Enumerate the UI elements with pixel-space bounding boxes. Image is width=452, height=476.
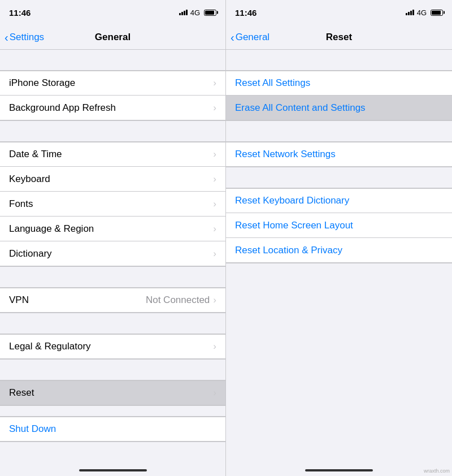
chevron-icon: › xyxy=(213,149,216,160)
right-home-bar xyxy=(305,469,373,471)
reset-home-screen-item[interactable]: Reset Home Screen Layout xyxy=(226,213,452,238)
reset-location-privacy-item[interactable]: Reset Location & Privacy xyxy=(226,238,452,263)
legal-regulatory-label: Legal & Regulatory xyxy=(9,341,213,352)
right-back-button[interactable]: ‹ General xyxy=(231,32,270,43)
spacer-6 xyxy=(0,406,225,416)
left-back-button[interactable]: ‹ Settings xyxy=(5,32,44,43)
legal-regulatory-item[interactable]: Legal & Regulatory › xyxy=(0,334,225,359)
left-back-label: Settings xyxy=(10,32,44,43)
right-signal-icon xyxy=(406,10,414,15)
chevron-icon: › xyxy=(213,77,216,89)
home-bar xyxy=(79,469,147,471)
reset-label: Reset xyxy=(9,387,213,399)
chevron-icon: › xyxy=(213,223,216,235)
spacer-top xyxy=(0,50,225,70)
right-spacer-bottom xyxy=(226,263,452,377)
signal-icon xyxy=(179,10,188,15)
reset-network-item[interactable]: Reset Network Settings xyxy=(226,142,452,167)
chevron-icon: › xyxy=(213,387,216,399)
reset-keyboard-dict-label: Reset Keyboard Dictionary xyxy=(235,195,349,206)
network-type: 4G xyxy=(190,8,200,17)
watermark: wraxth.com xyxy=(424,468,450,474)
background-refresh-label: Background App Refresh xyxy=(9,102,213,114)
language-region-item[interactable]: Language & Region › xyxy=(0,217,225,241)
vpn-label: VPN xyxy=(9,295,146,306)
reset-network-label: Reset Network Settings xyxy=(235,149,336,160)
right-status-icons: 4G xyxy=(406,8,443,17)
right-nav-title: Reset xyxy=(326,32,352,43)
left-settings-list: iPhone Storage › Background App Refresh … xyxy=(0,50,225,457)
date-time-item[interactable]: Date & Time › xyxy=(0,142,225,167)
erase-all-content-label: Erase All Content and Settings xyxy=(235,102,366,114)
right-group-3: Reset Keyboard Dictionary Reset Home Scr… xyxy=(226,188,452,263)
left-panel: 11:46 4G ‹ Settings General xyxy=(0,0,226,476)
dictionary-label: Dictionary xyxy=(9,248,213,259)
group-legal: Legal & Regulatory › xyxy=(0,334,225,360)
date-time-label: Date & Time xyxy=(9,149,213,160)
group-vpn: VPN Not Connected › xyxy=(0,287,225,313)
shutdown-item[interactable]: Shut Down xyxy=(0,417,225,442)
right-nav-bar: ‹ General Reset xyxy=(226,25,452,50)
spacer-4 xyxy=(0,313,225,334)
right-battery-icon xyxy=(429,10,443,16)
iphone-storage-label: iPhone Storage xyxy=(9,77,213,89)
group-reset: Reset › xyxy=(0,380,225,406)
vpn-item[interactable]: VPN Not Connected › xyxy=(0,288,225,313)
chevron-icon: › xyxy=(213,295,216,306)
left-nav-title: General xyxy=(95,32,131,43)
right-spacer-3 xyxy=(226,167,452,188)
left-status-icons: 4G xyxy=(179,8,216,17)
right-back-chevron-icon: ‹ xyxy=(231,32,234,43)
keyboard-item[interactable]: Keyboard › xyxy=(0,167,225,192)
erase-all-content-item[interactable]: Erase All Content and Settings xyxy=(226,96,452,120)
shutdown-label: Shut Down xyxy=(9,423,56,435)
chevron-icon: › xyxy=(213,102,216,114)
left-nav-bar: ‹ Settings General xyxy=(0,25,225,50)
reset-home-screen-label: Reset Home Screen Layout xyxy=(235,220,353,231)
left-time: 11:46 xyxy=(9,8,31,18)
reset-all-settings-label: Reset All Settings xyxy=(235,77,310,89)
right-spacer-2 xyxy=(226,121,452,141)
battery-icon xyxy=(203,10,216,16)
spacer-2 xyxy=(0,121,225,141)
right-group-1: Reset All Settings Erase All Content and… xyxy=(226,70,452,121)
right-home-indicator: wraxth.com xyxy=(226,457,452,476)
fonts-label: Fonts xyxy=(9,198,213,210)
right-settings-list: Reset All Settings Erase All Content and… xyxy=(226,50,452,457)
spacer-3 xyxy=(0,267,225,287)
right-group-2: Reset Network Settings xyxy=(226,141,452,167)
spacer-bottom xyxy=(0,442,225,457)
background-refresh-item[interactable]: Background App Refresh › xyxy=(0,96,225,120)
reset-location-privacy-label: Reset Location & Privacy xyxy=(235,245,342,256)
right-network-type: 4G xyxy=(417,8,427,17)
right-spacer-top xyxy=(226,50,452,70)
reset-keyboard-dict-item[interactable]: Reset Keyboard Dictionary xyxy=(226,188,452,213)
keyboard-label: Keyboard xyxy=(9,174,213,185)
group-datetime: Date & Time › Keyboard › Fonts › Languag… xyxy=(0,141,225,267)
chevron-icon: › xyxy=(213,248,216,259)
spacer-5 xyxy=(0,360,225,380)
chevron-icon: › xyxy=(213,174,216,185)
iphone-storage-item[interactable]: iPhone Storage › xyxy=(0,71,225,96)
left-home-indicator xyxy=(0,457,225,476)
chevron-icon: › xyxy=(213,341,216,352)
vpn-value: Not Connected xyxy=(146,295,210,306)
group-shutdown: Shut Down xyxy=(0,416,225,442)
language-region-label: Language & Region xyxy=(9,223,213,235)
left-status-bar: 11:46 4G xyxy=(0,0,225,25)
group-storage: iPhone Storage › Background App Refresh … xyxy=(0,70,225,121)
right-panel: 11:46 4G ‹ General Reset xyxy=(226,0,452,476)
right-back-label: General xyxy=(236,32,270,43)
dictionary-item[interactable]: Dictionary › xyxy=(0,241,225,266)
back-chevron-icon: ‹ xyxy=(5,32,8,43)
chevron-icon: › xyxy=(213,198,216,210)
right-status-bar: 11:46 4G xyxy=(226,0,452,25)
fonts-item[interactable]: Fonts › xyxy=(0,192,225,217)
right-time: 11:46 xyxy=(235,8,257,18)
reset-item[interactable]: Reset › xyxy=(0,380,225,405)
reset-all-settings-item[interactable]: Reset All Settings xyxy=(226,71,452,96)
